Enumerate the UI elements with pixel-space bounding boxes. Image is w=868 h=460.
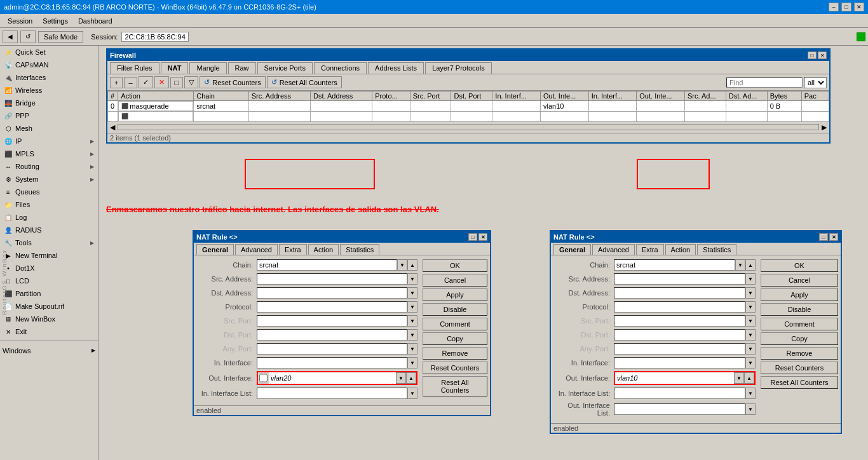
sidebar-item-bridge[interactable]: 🌉 Bridge xyxy=(0,97,98,109)
nat1-minimize-btn[interactable]: □ xyxy=(468,233,477,241)
nat2-src-port-input[interactable] xyxy=(614,315,745,327)
sidebar-item-radius[interactable]: 👤 RADIUS xyxy=(0,224,98,236)
tab-nat[interactable]: NAT xyxy=(161,62,189,74)
tab-service-ports[interactable]: Service Ports xyxy=(257,62,313,74)
nat2-tab-advanced[interactable]: Advanced xyxy=(592,244,635,255)
nat2-protocol-input[interactable] xyxy=(614,301,745,313)
nat2-minimize-btn[interactable]: □ xyxy=(819,233,828,241)
sidebar-item-makesupout[interactable]: 📄 Make Supout.rif xyxy=(0,300,98,313)
sidebar-item-exit[interactable]: ✕ Exit xyxy=(0,325,98,338)
nat2-protocol-dropdown[interactable]: ▼ xyxy=(745,301,756,313)
nat1-dst-input[interactable] xyxy=(257,287,407,299)
nat1-cancel-button[interactable]: Cancel xyxy=(423,274,487,287)
nat2-cancel-button[interactable]: Cancel xyxy=(761,274,838,287)
nat1-dst-dropdown[interactable]: ▼ xyxy=(407,287,417,299)
reset-counters-button[interactable]: ↺ Reset Counters xyxy=(200,76,265,88)
nat2-chain-dropdown[interactable]: ▼ xyxy=(735,259,745,271)
nat1-in-interface-list-dropdown[interactable]: ▼ xyxy=(407,388,417,399)
nat2-out-interface-input[interactable] xyxy=(615,372,734,384)
nat1-tab-extra[interactable]: Extra xyxy=(279,244,307,255)
sidebar-item-routing[interactable]: ↔ Routing ▶ xyxy=(0,160,98,173)
refresh-button[interactable]: ↺ xyxy=(20,30,36,43)
nat1-apply-button[interactable]: Apply xyxy=(423,288,487,301)
nat2-src-dropdown[interactable]: ▼ xyxy=(745,273,756,285)
nat1-out-interface-input[interactable] xyxy=(269,372,396,384)
horizontal-scrollbar[interactable] xyxy=(118,124,819,130)
nat1-disable-button[interactable]: Disable xyxy=(423,303,487,316)
sidebar-item-mpls[interactable]: ⬛ MPLS ▶ xyxy=(0,147,98,160)
nat1-dst-port-dropdown[interactable]: ▼ xyxy=(407,329,417,341)
nat1-any-port-dropdown[interactable]: ▼ xyxy=(407,343,417,355)
find-input[interactable] xyxy=(726,78,803,88)
nat2-chain-up[interactable]: ▲ xyxy=(745,259,756,271)
tab-layer7-protocols[interactable]: Layer7 Protocols xyxy=(425,62,492,74)
nat2-close-btn[interactable]: ✕ xyxy=(829,233,838,241)
safe-mode-button[interactable]: Safe Mode xyxy=(38,31,83,43)
nat1-src-dropdown[interactable]: ▼ xyxy=(407,273,417,285)
nat1-src-input[interactable] xyxy=(257,273,407,285)
nat1-dst-port-input[interactable] xyxy=(257,329,407,341)
tab-raw[interactable]: Raw xyxy=(228,62,256,74)
nat1-reset-all-counters-button[interactable]: Reset All Counters xyxy=(423,376,487,396)
nat1-protocol-input[interactable] xyxy=(257,301,407,313)
sidebar-item-mesh[interactable]: ⬡ Mesh xyxy=(0,122,98,135)
reset-all-counters-button[interactable]: ↺ Reset All Counters xyxy=(267,76,342,88)
nat2-tab-general[interactable]: General xyxy=(553,244,591,255)
sidebar-item-dot1x[interactable]: • Dot1X xyxy=(0,262,98,274)
filter-button[interactable]: ▽ xyxy=(184,76,198,88)
nat2-out-interface-up[interactable]: ▲ xyxy=(744,372,754,384)
table-row[interactable]: 1 ⬛ masquerade srcnat xyxy=(108,111,829,121)
tab-address-lists[interactable]: Address Lists xyxy=(368,62,424,74)
nat2-apply-button[interactable]: Apply xyxy=(761,288,838,301)
nat2-any-port-input[interactable] xyxy=(614,343,745,355)
nat2-reset-counters-button[interactable]: Reset Counters xyxy=(761,362,838,374)
sidebar-item-wireless[interactable]: 📶 Wireless xyxy=(0,84,98,97)
table-row[interactable]: 0 ⬛ masquerade srcnat xyxy=(108,101,829,112)
menu-settings[interactable]: Settings xyxy=(37,16,73,26)
nat2-src-input[interactable] xyxy=(614,273,745,285)
nat1-chain-up[interactable]: ▲ xyxy=(407,259,417,271)
nat1-src-port-input[interactable] xyxy=(257,315,407,327)
nat1-src-port-dropdown[interactable]: ▼ xyxy=(407,315,417,327)
nat2-dst-port-dropdown[interactable]: ▼ xyxy=(745,329,756,341)
nat2-out-interface-list-input[interactable] xyxy=(614,403,745,415)
nat2-ok-button[interactable]: OK xyxy=(761,259,838,272)
scrollbar-left[interactable]: ◀ xyxy=(110,123,115,132)
add-rule-button[interactable]: + xyxy=(110,77,123,88)
nat2-out-interface-dropdown[interactable]: ▼ xyxy=(734,372,744,384)
fw-minimize-btn[interactable]: □ xyxy=(808,51,817,59)
nat1-out-interface-up[interactable]: ▲ xyxy=(406,372,416,384)
tab-connections[interactable]: Connections xyxy=(314,62,367,74)
sidebar-item-partition[interactable]: ⬛ Partition xyxy=(0,287,98,300)
nat2-chain-input[interactable] xyxy=(614,259,735,271)
sidebar-item-ip[interactable]: 🌐 IP ▶ xyxy=(0,135,98,147)
nat1-reset-counters-button[interactable]: Reset Counters xyxy=(423,362,487,374)
sidebar-item-interfaces[interactable]: 🔌 Interfaces xyxy=(0,71,98,84)
nat2-src-port-dropdown[interactable]: ▼ xyxy=(745,315,756,327)
sidebar-item-system[interactable]: ⚙ System ▶ xyxy=(0,173,98,186)
nat2-in-interface-list-input[interactable] xyxy=(614,388,745,399)
sidebar-item-capsman[interactable]: 📡 CAPsMAN xyxy=(0,58,98,71)
nat1-tab-action[interactable]: Action xyxy=(308,244,339,255)
sidebar-item-newwinbox[interactable]: 🖥 New WinBox xyxy=(0,313,98,325)
windows-item[interactable]: Windows ▶ xyxy=(0,341,98,360)
nat2-tab-statistics[interactable]: Statistics xyxy=(697,244,736,255)
delete-rule-button[interactable]: ✕ xyxy=(154,76,169,88)
nat1-in-interface-dropdown[interactable]: ▼ xyxy=(407,357,417,369)
scrollbar-right[interactable]: ▶ xyxy=(822,123,827,132)
sidebar-item-files[interactable]: 📁 Files xyxy=(0,198,98,211)
nat1-out-interface-dropdown[interactable]: ▼ xyxy=(396,372,406,384)
nat1-comment-button[interactable]: Comment xyxy=(423,318,487,330)
nat2-in-interface-list-dropdown[interactable]: ▼ xyxy=(745,388,756,399)
copy-rule-button[interactable]: □ xyxy=(170,77,184,88)
tab-filter-rules[interactable]: Filter Rules xyxy=(110,62,159,74)
nat2-in-interface-dropdown[interactable]: ▼ xyxy=(745,357,756,369)
nat2-tab-extra[interactable]: Extra xyxy=(636,244,664,255)
back-button[interactable]: ◀ xyxy=(3,30,18,43)
menu-dashboard[interactable]: Dashboard xyxy=(73,16,118,26)
sidebar-item-lcd[interactable]: □ LCD xyxy=(0,274,98,287)
sidebar-item-log[interactable]: 📋 Log xyxy=(0,211,98,224)
nat1-out-interface-checkbox[interactable] xyxy=(259,374,268,382)
nat2-out-interface-list-dropdown[interactable]: ▼ xyxy=(745,403,756,415)
nat1-close-btn[interactable]: ✕ xyxy=(478,233,487,241)
